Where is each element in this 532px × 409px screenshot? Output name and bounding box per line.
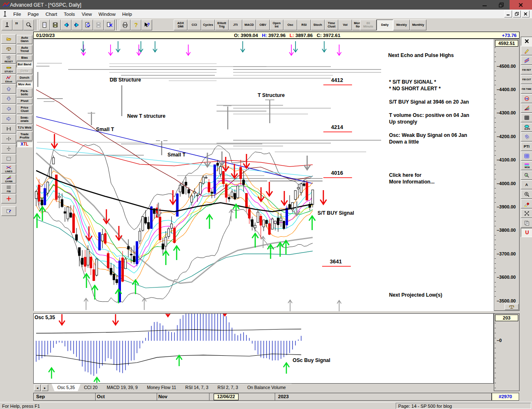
scales-button[interactable] [1,44,16,54]
study-tj-s-web-button[interactable]: TJ's Web [17,125,32,131]
period-daily-button[interactable]: Daily [377,20,393,30]
magnifier-button[interactable] [23,20,34,30]
quote-button[interactable]: ” [12,20,23,30]
menu-page[interactable]: Page [25,11,42,17]
reset-button[interactable]: RESET [1,54,16,64]
mdi-minimize-button[interactable] [504,10,512,17]
fib-circle-tool-button[interactable]: FIB [521,94,532,103]
tab-macd-19-39-9[interactable]: MACD 19, 39, 9 [101,384,144,391]
tab-rsi-2-7-3[interactable]: RSI 2, 7, 3 [212,384,244,391]
study-button[interactable]: STUDY [1,64,16,74]
refresh-doc-button[interactable] [82,20,93,30]
magnet-tool-button[interactable]: U [521,228,532,237]
study-auto-gann-button[interactable]: Auto Gann [17,35,32,44]
mdi-close-button[interactable] [522,10,530,17]
indicator-cycles-button[interactable]: Cycles [201,20,215,30]
study-para-bolic-button[interactable]: Para- bolic [17,88,32,97]
ellipse-tool-button[interactable]: ELiPS [521,123,532,132]
oscillator-panel[interactable]: OSc Buy Signal [33,313,494,383]
menu-view[interactable]: View [78,11,95,17]
down-arrow-button[interactable] [1,94,16,104]
right-arrow-button[interactable] [1,114,16,124]
gann-button[interactable]: GANN [1,174,16,183]
tab-money-flow-11[interactable]: Money Flow 11 [141,384,182,391]
time-axis[interactable]: SepOctNov202312/06/22 [33,393,492,401]
indicator-adx-dmi-button[interactable]: ADX DMI [174,20,187,30]
indicator-elliott-trig-button[interactable]: Elliott Trig [215,20,229,30]
zoom-in-tool-button[interactable] [521,190,532,199]
expand-tool-button[interactable] [521,209,532,218]
hatch-tool-button[interactable] [521,132,532,141]
menu-file[interactable]: File [10,11,25,17]
fib-button[interactable]: FIB [1,184,16,193]
expand-bars-button[interactable] [1,134,16,144]
print-button[interactable] [120,20,131,30]
selected-date-box[interactable]: 12/06/22 [214,394,239,400]
elliott-button[interactable]: Elliott [1,74,16,84]
mob-tool-button[interactable]: MOB [521,161,532,170]
indicator-obv-button[interactable]: OBV [256,20,270,30]
mdi-restore-button[interactable] [513,10,521,17]
scale-mode-button[interactable] [505,304,518,309]
study-mov-ave-button[interactable]: Mov Ave [17,82,32,87]
tab-scroll-right-button[interactable]: ► [42,384,48,391]
tab-on-balance-volume[interactable]: On Balance Volume [241,384,292,391]
new-doc-button[interactable] [39,20,50,30]
properties-button[interactable] [1,206,16,216]
main-chart-area[interactable]: 4412421440163641Next Echo and Pulse High… [33,39,494,311]
period-weekly-button[interactable]: Weekly [393,20,410,30]
minimize-button[interactable] [476,0,493,10]
marker-tool-button[interactable] [521,199,532,208]
grid-tool-button[interactable] [521,113,532,122]
tab-cci-20[interactable]: CCI 20 [78,384,103,391]
split-button[interactable] [1,144,16,154]
menu-help[interactable]: Help [119,11,135,17]
indicator-vol-button[interactable]: Vol [338,20,352,30]
period-60-minute-button[interactable]: 60 Minute [360,20,377,30]
indicator-jti-button[interactable]: JTI [229,20,242,30]
text-tool-button[interactable]: A [521,180,532,189]
replace-doc-button[interactable] [104,20,115,30]
study-trade-profile-button[interactable]: Trade Profile [17,131,32,141]
pencil-tool-button[interactable] [521,46,532,55]
fib-time-tool-button[interactable]: FIB TIME [521,84,532,94]
study-auto-trend-button[interactable]: Auto Trend [17,45,32,54]
close-button[interactable] [510,0,532,10]
up-arrow-button[interactable] [1,84,16,94]
indicator-macd-button[interactable]: MACD [242,20,256,30]
forward-button[interactable] [71,20,82,30]
study-delta-button[interactable]: Delta [17,68,32,74]
snapshot-tool-button[interactable]: 1 [521,171,532,180]
lines-button[interactable]: LINES [1,164,16,174]
tab-osc-5-35[interactable]: Osc 5,35 [52,384,81,391]
fib-ret-tool-button[interactable]: FIB RET [521,65,532,74]
back-button[interactable] [61,20,71,30]
trendlines-tool-button[interactable] [521,56,532,65]
study-price-clust-button[interactable]: Price Clust [17,105,32,114]
menu-window[interactable]: Window [95,11,119,17]
grid-button[interactable] [1,154,16,164]
blue-grid-tool-button[interactable] [521,151,532,161]
left-arrow-button[interactable] [1,104,16,114]
indicator-stoch-button[interactable]: Stoch [311,20,325,30]
open-folder-button[interactable] [1,34,16,44]
tab-scroll-left-button[interactable]: ◄ [34,384,41,391]
crosshair-button[interactable] [1,194,16,203]
click-here-link[interactable]: More Information... [389,179,435,185]
study-bol-band-button[interactable]: Bol Band [17,62,32,67]
study-donch-button[interactable]: Donch [17,75,32,81]
menu-chart[interactable]: Chart [42,11,60,17]
price-axis[interactable]: 4592.51 –4500.00–4400.00–4300.00–4200.00… [494,39,520,311]
indicator-rsi-button[interactable]: RSI [297,20,311,30]
fib-ext-tool-button[interactable]: FIB EXT [521,75,532,84]
menu-tools[interactable]: Tools [61,11,79,17]
study-bias-button[interactable]: Bias [17,55,32,61]
study-seas-onals-button[interactable]: Seas- onals [17,115,32,124]
indicator-cci-button[interactable]: CCI [187,20,201,30]
indicator-open-int-button[interactable]: Open Int [270,20,283,30]
indicator-osc-button[interactable]: Osc [283,20,297,30]
help-button[interactable]: ? [131,20,141,30]
tab-rsi-14-7-3[interactable]: RSI 14, 7, 3 [180,384,214,391]
mdi-child-icon[interactable] [2,11,7,17]
delete-x-tool-button[interactable] [521,37,532,46]
